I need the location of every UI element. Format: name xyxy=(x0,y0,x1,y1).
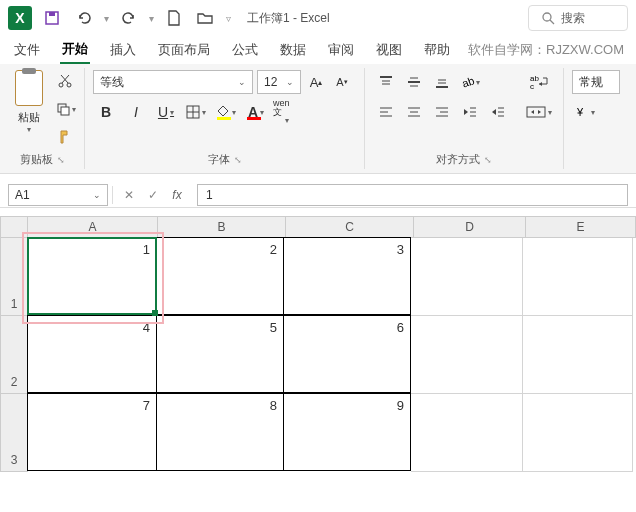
underline-button[interactable]: U▾ xyxy=(153,100,179,124)
search-input[interactable]: 搜索 xyxy=(528,5,628,31)
cell-B1[interactable]: 2 xyxy=(156,237,284,315)
svg-line-3 xyxy=(550,20,554,24)
qat-dropdown-2[interactable]: ▾ xyxy=(149,13,154,24)
decrease-indent-button[interactable] xyxy=(457,100,483,124)
align-bottom-button[interactable] xyxy=(429,70,455,94)
wrap-text-button[interactable]: abc xyxy=(523,70,555,94)
cell-B2[interactable]: 5 xyxy=(156,315,284,393)
cell-A1[interactable]: 1 xyxy=(27,237,157,315)
cell-D3[interactable] xyxy=(411,394,523,472)
paste-label: 粘贴 xyxy=(18,110,40,125)
cancel-formula-button[interactable]: ✕ xyxy=(117,188,141,202)
alignment-launcher[interactable]: ⤡ xyxy=(484,155,492,165)
tab-insert[interactable]: 插入 xyxy=(108,37,138,63)
confirm-formula-button[interactable]: ✓ xyxy=(141,188,165,202)
new-file-button[interactable] xyxy=(162,6,186,30)
ribbon: 粘贴 ▾ ▾ 剪贴板 ⤡ xyxy=(0,64,636,174)
tab-view[interactable]: 视图 xyxy=(374,37,404,63)
align-center-button[interactable] xyxy=(401,100,427,124)
tab-help[interactable]: 帮助 xyxy=(422,37,452,63)
svg-rect-9 xyxy=(61,107,69,115)
excel-logo: X xyxy=(8,6,32,30)
cell-D2[interactable] xyxy=(411,316,523,394)
ribbon-tabs: 文件 开始 插入 页面布局 公式 数据 审阅 视图 帮助 软件自学网：RJZXW… xyxy=(0,36,636,64)
phonetic-button[interactable]: wen 文▾ xyxy=(273,100,299,124)
tab-formulas[interactable]: 公式 xyxy=(230,37,260,63)
cell-A2[interactable]: 4 xyxy=(27,315,157,393)
undo-button[interactable] xyxy=(72,6,96,30)
cell-C1[interactable]: 3 xyxy=(283,237,411,315)
font-size-value: 12 xyxy=(264,75,277,89)
format-painter-button[interactable] xyxy=(54,126,76,148)
cell-E1[interactable] xyxy=(523,238,633,316)
tab-data[interactable]: 数据 xyxy=(278,37,308,63)
cells-area[interactable]: 1 2 3 4 5 6 7 8 9 xyxy=(28,238,633,472)
paste-button[interactable]: 粘贴 ▾ xyxy=(8,70,50,134)
font-group: 等线⌄ 12⌄ A▴ A▾ B I U▾ ▾ ▾ xyxy=(85,68,365,169)
search-placeholder: 搜索 xyxy=(561,10,585,27)
bold-button[interactable]: B xyxy=(93,100,119,124)
clipboard-launcher[interactable]: ⤡ xyxy=(57,155,65,165)
svg-point-4 xyxy=(59,83,63,87)
col-header-E[interactable]: E xyxy=(526,216,636,238)
currency-button[interactable]: ¥▾ xyxy=(572,100,598,124)
row-header-2[interactable]: 2 xyxy=(0,316,28,394)
col-header-A[interactable]: A xyxy=(28,216,158,238)
font-name-select[interactable]: 等线⌄ xyxy=(93,70,253,94)
font-label: 字体 xyxy=(208,152,230,167)
tab-home[interactable]: 开始 xyxy=(60,36,90,64)
svg-point-5 xyxy=(67,83,71,87)
font-size-select[interactable]: 12⌄ xyxy=(257,70,301,94)
cell-E3[interactable] xyxy=(523,394,633,472)
tab-review[interactable]: 审阅 xyxy=(326,37,356,63)
number-format-select[interactable]: 常规 xyxy=(572,70,620,94)
align-right-button[interactable] xyxy=(429,100,455,124)
qat-customize[interactable]: ▿ xyxy=(226,13,231,24)
name-box[interactable]: A1 ⌄ xyxy=(8,184,108,206)
redo-button[interactable] xyxy=(117,6,141,30)
col-header-C[interactable]: C xyxy=(286,216,414,238)
italic-button[interactable]: I xyxy=(123,100,149,124)
row-header-3[interactable]: 3 xyxy=(0,394,28,472)
svg-text:¥: ¥ xyxy=(576,106,584,118)
font-name-value: 等线 xyxy=(100,74,124,91)
svg-line-6 xyxy=(62,75,69,83)
cell-A3[interactable]: 7 xyxy=(27,393,157,471)
font-color-button[interactable]: A ▾ xyxy=(243,100,269,124)
align-left-button[interactable] xyxy=(373,100,399,124)
cell-B3[interactable]: 8 xyxy=(156,393,284,471)
row-header-1[interactable]: 1 xyxy=(0,238,28,316)
col-header-D[interactable]: D xyxy=(414,216,526,238)
borders-button[interactable]: ▾ xyxy=(183,100,209,124)
titlebar: X ▾ ▾ ▿ 工作簿1 - Excel 搜索 xyxy=(0,0,636,36)
copy-button[interactable]: ▾ xyxy=(54,98,76,120)
decrease-font-button[interactable]: A▾ xyxy=(331,71,353,93)
clipboard-group: 粘贴 ▾ ▾ 剪贴板 ⤡ xyxy=(0,68,85,169)
select-all-corner[interactable] xyxy=(0,216,28,238)
align-middle-button[interactable] xyxy=(401,70,427,94)
svg-rect-40 xyxy=(527,107,545,117)
font-launcher[interactable]: ⤡ xyxy=(234,155,242,165)
clipboard-label: 剪贴板 xyxy=(20,152,53,167)
cell-E2[interactable] xyxy=(523,316,633,394)
watermark-text: 软件自学网：RJZXW.COM xyxy=(468,41,624,59)
save-button[interactable] xyxy=(40,6,64,30)
fx-button[interactable]: fx xyxy=(165,188,189,202)
tab-file[interactable]: 文件 xyxy=(12,37,42,63)
cell-C3[interactable]: 9 xyxy=(283,393,411,471)
formula-input[interactable]: 1 xyxy=(197,184,628,206)
align-top-button[interactable] xyxy=(373,70,399,94)
merge-button[interactable]: ▾ xyxy=(523,100,555,124)
cut-button[interactable] xyxy=(54,70,76,92)
fill-color-button[interactable]: ▾ xyxy=(213,100,239,124)
col-header-B[interactable]: B xyxy=(158,216,286,238)
qat-dropdown-1[interactable]: ▾ xyxy=(104,13,109,24)
tab-layout[interactable]: 页面布局 xyxy=(156,37,212,63)
cell-C2[interactable]: 6 xyxy=(283,315,411,393)
cell-D1[interactable] xyxy=(411,238,523,316)
open-file-button[interactable] xyxy=(194,6,218,30)
orientation-button[interactable]: ab▾ xyxy=(457,70,483,94)
increase-font-button[interactable]: A▴ xyxy=(305,71,327,93)
paste-icon xyxy=(15,70,43,106)
increase-indent-button[interactable] xyxy=(485,100,511,124)
